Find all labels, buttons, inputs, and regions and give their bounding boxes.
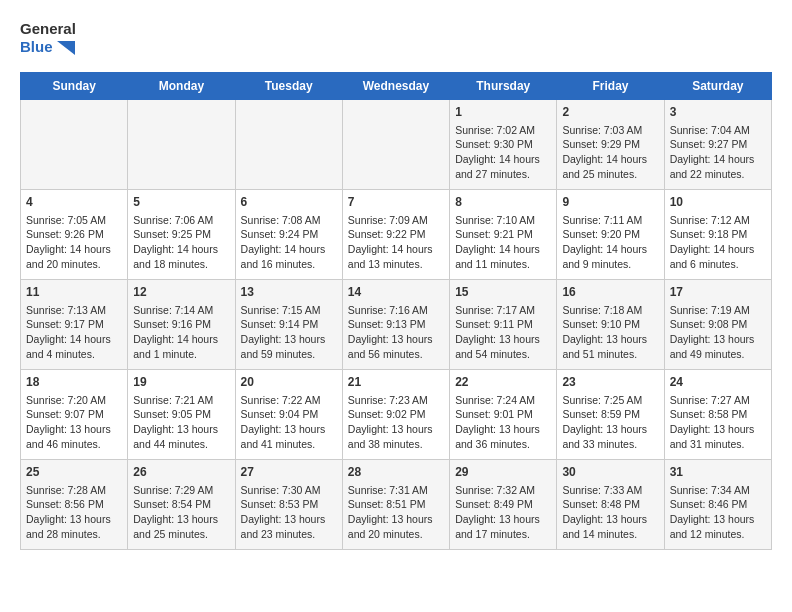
day-number: 9 xyxy=(562,194,658,211)
logo-triangle-icon xyxy=(57,41,75,55)
day-of-week-header: Sunday xyxy=(21,73,128,100)
day-number: 31 xyxy=(670,464,766,481)
day-number: 6 xyxy=(241,194,337,211)
day-number: 7 xyxy=(348,194,444,211)
day-info: Sunrise: 7:29 AM Sunset: 8:54 PM Dayligh… xyxy=(133,483,229,542)
day-of-week-header: Friday xyxy=(557,73,664,100)
day-number: 25 xyxy=(26,464,122,481)
calendar-day-cell: 19Sunrise: 7:21 AM Sunset: 9:05 PM Dayli… xyxy=(128,370,235,460)
day-of-week-header: Thursday xyxy=(450,73,557,100)
day-number: 22 xyxy=(455,374,551,391)
day-number: 17 xyxy=(670,284,766,301)
day-info: Sunrise: 7:09 AM Sunset: 9:22 PM Dayligh… xyxy=(348,213,444,272)
calendar-week-row: 11Sunrise: 7:13 AM Sunset: 9:17 PM Dayli… xyxy=(21,280,772,370)
day-info: Sunrise: 7:23 AM Sunset: 9:02 PM Dayligh… xyxy=(348,393,444,452)
day-number: 16 xyxy=(562,284,658,301)
day-info: Sunrise: 7:27 AM Sunset: 8:58 PM Dayligh… xyxy=(670,393,766,452)
calendar-day-cell: 7Sunrise: 7:09 AM Sunset: 9:22 PM Daylig… xyxy=(342,190,449,280)
day-number: 13 xyxy=(241,284,337,301)
day-info: Sunrise: 7:21 AM Sunset: 9:05 PM Dayligh… xyxy=(133,393,229,452)
day-info: Sunrise: 7:18 AM Sunset: 9:10 PM Dayligh… xyxy=(562,303,658,362)
calendar-day-cell: 15Sunrise: 7:17 AM Sunset: 9:11 PM Dayli… xyxy=(450,280,557,370)
calendar-day-cell: 28Sunrise: 7:31 AM Sunset: 8:51 PM Dayli… xyxy=(342,460,449,550)
day-number: 5 xyxy=(133,194,229,211)
calendar-day-cell: 10Sunrise: 7:12 AM Sunset: 9:18 PM Dayli… xyxy=(664,190,771,280)
calendar-day-cell xyxy=(235,100,342,190)
calendar-day-cell: 30Sunrise: 7:33 AM Sunset: 8:48 PM Dayli… xyxy=(557,460,664,550)
day-of-week-header: Tuesday xyxy=(235,73,342,100)
day-number: 12 xyxy=(133,284,229,301)
day-info: Sunrise: 7:33 AM Sunset: 8:48 PM Dayligh… xyxy=(562,483,658,542)
calendar-day-cell: 2Sunrise: 7:03 AM Sunset: 9:29 PM Daylig… xyxy=(557,100,664,190)
calendar-week-row: 1Sunrise: 7:02 AM Sunset: 9:30 PM Daylig… xyxy=(21,100,772,190)
day-info: Sunrise: 7:30 AM Sunset: 8:53 PM Dayligh… xyxy=(241,483,337,542)
day-number: 21 xyxy=(348,374,444,391)
page-header: General Blue xyxy=(20,20,772,56)
calendar-day-cell xyxy=(342,100,449,190)
day-number: 27 xyxy=(241,464,337,481)
calendar-day-cell: 22Sunrise: 7:24 AM Sunset: 9:01 PM Dayli… xyxy=(450,370,557,460)
day-info: Sunrise: 7:08 AM Sunset: 9:24 PM Dayligh… xyxy=(241,213,337,272)
day-number: 2 xyxy=(562,104,658,121)
day-number: 30 xyxy=(562,464,658,481)
day-of-week-header: Wednesday xyxy=(342,73,449,100)
day-info: Sunrise: 7:22 AM Sunset: 9:04 PM Dayligh… xyxy=(241,393,337,452)
calendar-day-cell: 17Sunrise: 7:19 AM Sunset: 9:08 PM Dayli… xyxy=(664,280,771,370)
day-number: 15 xyxy=(455,284,551,301)
day-info: Sunrise: 7:02 AM Sunset: 9:30 PM Dayligh… xyxy=(455,123,551,182)
day-info: Sunrise: 7:13 AM Sunset: 9:17 PM Dayligh… xyxy=(26,303,122,362)
day-number: 24 xyxy=(670,374,766,391)
calendar-day-cell: 11Sunrise: 7:13 AM Sunset: 9:17 PM Dayli… xyxy=(21,280,128,370)
day-info: Sunrise: 7:06 AM Sunset: 9:25 PM Dayligh… xyxy=(133,213,229,272)
logo-text: General Blue xyxy=(20,20,76,56)
day-number: 19 xyxy=(133,374,229,391)
calendar-day-cell: 6Sunrise: 7:08 AM Sunset: 9:24 PM Daylig… xyxy=(235,190,342,280)
day-info: Sunrise: 7:05 AM Sunset: 9:26 PM Dayligh… xyxy=(26,213,122,272)
day-info: Sunrise: 7:04 AM Sunset: 9:27 PM Dayligh… xyxy=(670,123,766,182)
calendar-day-cell: 5Sunrise: 7:06 AM Sunset: 9:25 PM Daylig… xyxy=(128,190,235,280)
day-number: 8 xyxy=(455,194,551,211)
day-of-week-header: Saturday xyxy=(664,73,771,100)
day-info: Sunrise: 7:24 AM Sunset: 9:01 PM Dayligh… xyxy=(455,393,551,452)
day-number: 28 xyxy=(348,464,444,481)
day-info: Sunrise: 7:12 AM Sunset: 9:18 PM Dayligh… xyxy=(670,213,766,272)
logo-general: General xyxy=(20,20,76,38)
calendar-day-cell xyxy=(128,100,235,190)
day-info: Sunrise: 7:11 AM Sunset: 9:20 PM Dayligh… xyxy=(562,213,658,272)
day-number: 26 xyxy=(133,464,229,481)
day-number: 23 xyxy=(562,374,658,391)
day-info: Sunrise: 7:15 AM Sunset: 9:14 PM Dayligh… xyxy=(241,303,337,362)
calendar-day-cell: 29Sunrise: 7:32 AM Sunset: 8:49 PM Dayli… xyxy=(450,460,557,550)
day-info: Sunrise: 7:25 AM Sunset: 8:59 PM Dayligh… xyxy=(562,393,658,452)
calendar-day-cell: 21Sunrise: 7:23 AM Sunset: 9:02 PM Dayli… xyxy=(342,370,449,460)
day-number: 14 xyxy=(348,284,444,301)
day-number: 29 xyxy=(455,464,551,481)
logo-blue: Blue xyxy=(20,38,76,56)
day-number: 4 xyxy=(26,194,122,211)
calendar-day-cell: 24Sunrise: 7:27 AM Sunset: 8:58 PM Dayli… xyxy=(664,370,771,460)
day-number: 20 xyxy=(241,374,337,391)
day-number: 1 xyxy=(455,104,551,121)
calendar-day-cell: 4Sunrise: 7:05 AM Sunset: 9:26 PM Daylig… xyxy=(21,190,128,280)
calendar-day-cell: 27Sunrise: 7:30 AM Sunset: 8:53 PM Dayli… xyxy=(235,460,342,550)
day-info: Sunrise: 7:14 AM Sunset: 9:16 PM Dayligh… xyxy=(133,303,229,362)
calendar-week-row: 25Sunrise: 7:28 AM Sunset: 8:56 PM Dayli… xyxy=(21,460,772,550)
day-number: 11 xyxy=(26,284,122,301)
calendar-day-cell xyxy=(21,100,128,190)
calendar-day-cell: 26Sunrise: 7:29 AM Sunset: 8:54 PM Dayli… xyxy=(128,460,235,550)
calendar-day-cell: 1Sunrise: 7:02 AM Sunset: 9:30 PM Daylig… xyxy=(450,100,557,190)
calendar-day-cell: 31Sunrise: 7:34 AM Sunset: 8:46 PM Dayli… xyxy=(664,460,771,550)
svg-marker-0 xyxy=(57,41,75,55)
day-info: Sunrise: 7:19 AM Sunset: 9:08 PM Dayligh… xyxy=(670,303,766,362)
calendar-day-cell: 3Sunrise: 7:04 AM Sunset: 9:27 PM Daylig… xyxy=(664,100,771,190)
calendar-week-row: 18Sunrise: 7:20 AM Sunset: 9:07 PM Dayli… xyxy=(21,370,772,460)
calendar-day-cell: 12Sunrise: 7:14 AM Sunset: 9:16 PM Dayli… xyxy=(128,280,235,370)
calendar-day-cell: 14Sunrise: 7:16 AM Sunset: 9:13 PM Dayli… xyxy=(342,280,449,370)
calendar-day-cell: 9Sunrise: 7:11 AM Sunset: 9:20 PM Daylig… xyxy=(557,190,664,280)
day-info: Sunrise: 7:28 AM Sunset: 8:56 PM Dayligh… xyxy=(26,483,122,542)
calendar-day-cell: 23Sunrise: 7:25 AM Sunset: 8:59 PM Dayli… xyxy=(557,370,664,460)
days-header-row: SundayMondayTuesdayWednesdayThursdayFrid… xyxy=(21,73,772,100)
day-info: Sunrise: 7:03 AM Sunset: 9:29 PM Dayligh… xyxy=(562,123,658,182)
day-info: Sunrise: 7:32 AM Sunset: 8:49 PM Dayligh… xyxy=(455,483,551,542)
calendar-day-cell: 16Sunrise: 7:18 AM Sunset: 9:10 PM Dayli… xyxy=(557,280,664,370)
